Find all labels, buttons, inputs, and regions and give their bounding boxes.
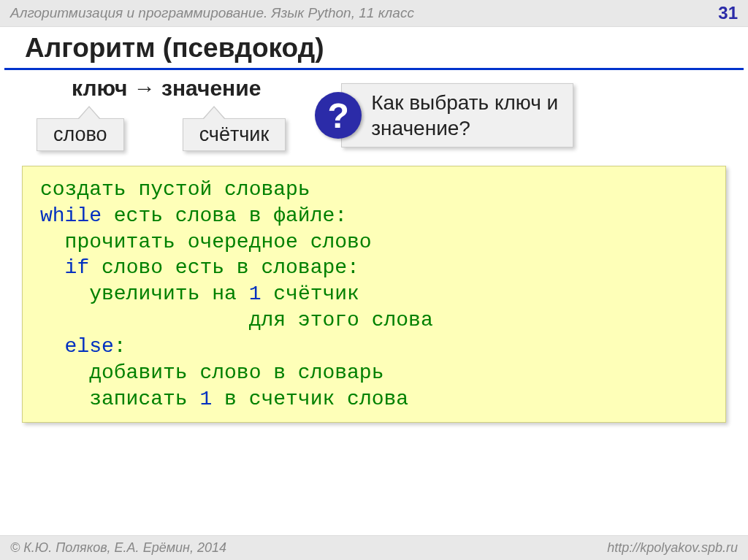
code-l9-num: 1 [199, 388, 212, 410]
question-box: ? Как выбрать ключ и значение? [315, 83, 573, 147]
code-l6: для этого слова [40, 309, 433, 331]
footer-author: © К.Ю. Поляков, Е.А. Ерёмин, 2014 [10, 540, 226, 556]
code-l9a: записать [40, 388, 199, 410]
kv-key: ключ [72, 76, 127, 100]
question-text: Как выбрать ключ и значение? [341, 83, 573, 147]
code-l9b: в счетчик слова [212, 388, 408, 410]
footer-url: http://kpolyakov.spb.ru [607, 540, 738, 556]
code-l5-num: 1 [249, 283, 262, 305]
code-l7-kw: else [65, 335, 114, 358]
code-l5b: счётчик [261, 283, 371, 305]
arrow-icon: → [134, 76, 156, 100]
code-l5a: увеличить на [40, 283, 249, 305]
key-value-row: ключ → значение слово счётчик ? Как выбр… [0, 70, 748, 151]
callout-counter: счётчик [183, 118, 286, 151]
code-l4-kw: if [65, 256, 90, 279]
question-line2: значение? [371, 117, 470, 139]
course-title: Алгоритмизация и программирование. Язык … [10, 5, 414, 21]
code-block: создать пустой словарь while есть слова … [22, 166, 726, 423]
code-l2-rest: есть слова в файле: [102, 204, 347, 227]
code-l4-rest: слово есть в словаре: [89, 256, 359, 279]
code-l4-pad [40, 256, 65, 279]
header-bar: Алгоритмизация и программирование. Язык … [0, 0, 748, 27]
code-l8: добавить слово в словарь [40, 361, 383, 384]
question-line1: Как выбрать ключ и [371, 91, 558, 114]
question-mark-icon: ? [315, 92, 362, 139]
callouts: слово счётчик [37, 118, 286, 151]
code-l3: прочитать очередное слово [40, 231, 372, 253]
page-title: Алгоритм (псевдокод) [4, 27, 744, 70]
code-l7-rest: : [114, 335, 126, 358]
kv-text: ключ → значение [72, 76, 286, 101]
kv-left: ключ → значение слово счётчик [72, 76, 286, 151]
footer-bar: © К.Ю. Поляков, Е.А. Ерёмин, 2014 http:/… [0, 535, 748, 560]
code-l7-pad [40, 335, 65, 358]
code-l1: создать пустой словарь [40, 178, 310, 201]
code-l2-kw: while [40, 204, 102, 227]
page-number: 31 [718, 3, 738, 23]
callout-word: слово [37, 118, 124, 151]
kv-value: значение [161, 76, 261, 100]
